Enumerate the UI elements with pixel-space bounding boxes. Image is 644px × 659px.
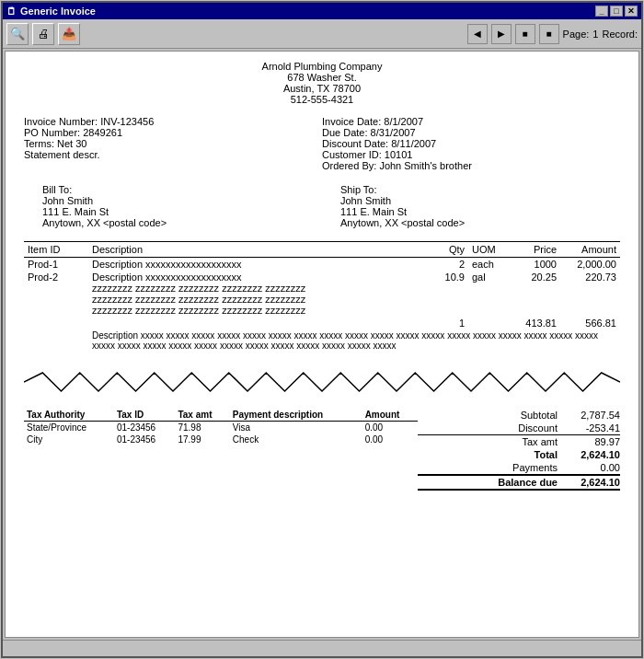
payments-row: Payments 0.00 xyxy=(418,461,620,474)
nav-forward-button[interactable]: ▶ xyxy=(491,24,512,44)
export-button[interactable]: 📤 xyxy=(58,23,80,45)
ship-to-city: Anytown, XX <postal code> xyxy=(340,217,620,228)
payments-label: Payments xyxy=(418,462,565,473)
po-number-value: 2849261 xyxy=(83,127,122,138)
item-amount-2: 220.73 xyxy=(560,271,620,317)
page-label: Page: xyxy=(563,29,590,40)
items-table: Item ID Description Qty UOM Price Amount… xyxy=(24,241,620,352)
po-number-label: PO Number: xyxy=(24,127,80,138)
col-price: Price xyxy=(505,242,560,258)
item-qty-2: 10.9 xyxy=(431,271,468,317)
statement-label: Statement descr. xyxy=(24,149,100,160)
tax-col-authority: Tax Authority xyxy=(24,409,114,422)
table-row: Description xxxxx xxxxx xxxxx xxxxx xxxx… xyxy=(24,330,620,352)
terms-value: Net 30 xyxy=(57,138,86,149)
item-qty-3: 1 xyxy=(431,317,468,330)
tax-row: State/Province 01-23456 71.98 Visa 0.00 xyxy=(24,422,418,434)
item-id-3 xyxy=(24,317,88,330)
company-phone: 512-555-4321 xyxy=(24,94,620,105)
company-address: 678 Washer St. xyxy=(24,72,620,83)
item-amount-1: 2,000.00 xyxy=(560,258,620,272)
subtotal-value: 2,787.54 xyxy=(565,410,620,421)
status-bar xyxy=(3,640,641,656)
item-desc-2: Description xxxxxxxxxxxxxxxxxxx zzzzzzzz… xyxy=(88,271,431,317)
balance-due-label: Balance due xyxy=(418,477,565,488)
balance-due-value: 2,624.10 xyxy=(565,477,620,488)
table-row: Prod-2 Description xxxxxxxxxxxxxxxxxxx z… xyxy=(24,271,620,317)
search-button[interactable]: 🔍 xyxy=(6,23,29,45)
invoice-number-label: Invoice Number: xyxy=(24,116,98,127)
subtotal-label: Subtotal xyxy=(418,410,565,421)
ship-to-name: John Smith xyxy=(340,195,620,206)
tax-authority-1: State/Province xyxy=(24,422,114,434)
tax-id-2: 01-23456 xyxy=(114,434,176,445)
tax-col-amount: Amount xyxy=(362,409,418,422)
zigzag-separator xyxy=(24,368,620,396)
total-label: Total xyxy=(418,449,565,460)
close-button[interactable]: ✕ xyxy=(625,6,638,17)
bottom-section: Tax Authority Tax ID Tax amt Payment des… xyxy=(24,409,620,491)
title-bar: 🗒 Generic Invoice _ □ ✕ xyxy=(3,3,641,19)
tax-payment-2: Check xyxy=(230,434,362,445)
invoice-content: Arnold Plumbing Company 678 Washer St. A… xyxy=(6,52,638,637)
terms-label: Terms: xyxy=(24,138,54,149)
company-header: Arnold Plumbing Company 678 Washer St. A… xyxy=(24,61,620,105)
item-desc-3 xyxy=(88,317,431,330)
discount-date-row: Discount Date: 8/11/2007 xyxy=(322,138,620,149)
item-desc-1: Description xxxxxxxxxxxxxxxxxxx xyxy=(88,258,431,272)
col-uom: UOM xyxy=(468,242,505,258)
discount-row: Discount -253.41 xyxy=(418,422,620,434)
window-icon: 🗒 xyxy=(6,6,17,17)
tax-amount-2: 0.00 xyxy=(362,434,418,445)
tax-amount-1: 0.00 xyxy=(362,422,418,434)
payments-value: 0.00 xyxy=(565,462,620,473)
total-row: Total 2,624.10 xyxy=(418,448,620,461)
nav-last-button[interactable]: ■ xyxy=(539,24,559,44)
discount-date-value: 8/11/2007 xyxy=(391,138,436,149)
item-price-3: 413.81 xyxy=(505,317,560,330)
discount-label: Discount xyxy=(418,422,565,434)
toolbar: 🔍 🖨 📤 ◀ ▶ ■ ■ Page: 1 Record: xyxy=(3,19,641,49)
table-row: Prod-1 Description xxxxxxxxxxxxxxxxxxx 2… xyxy=(24,258,620,272)
due-date-row: Due Date: 8/31/2007 xyxy=(322,127,620,138)
discount-date-label: Discount Date: xyxy=(322,138,388,149)
customer-id-row: Customer ID: 10101 xyxy=(322,149,620,160)
terms-row: Terms: Net 30 xyxy=(24,138,322,149)
record-label: Record: xyxy=(602,29,638,40)
item-id-2: Prod-2 xyxy=(24,271,88,317)
balance-due-row: Balance due 2,624.10 xyxy=(418,474,620,491)
customer-id-label: Customer ID: xyxy=(322,149,382,160)
ordered-by-row: Ordered By: John Smith's brother xyxy=(322,160,620,171)
due-date-label: Due Date: xyxy=(322,127,368,138)
window-title: Generic Invoice xyxy=(20,6,96,17)
tax-amt-label: Tax amt xyxy=(418,436,565,447)
tax-payment-1: Visa xyxy=(230,422,362,434)
nav-back-button[interactable]: ◀ xyxy=(467,24,488,44)
bill-to-city: Anytown, XX <postal code> xyxy=(42,217,322,228)
page-number: 1 xyxy=(592,29,598,40)
item-price-1: 1000 xyxy=(505,258,560,272)
subtotal-row: Subtotal 2,787.54 xyxy=(418,409,620,422)
nav-first-button[interactable]: ■ xyxy=(515,24,535,44)
col-description: Description xyxy=(88,242,431,258)
maximize-button[interactable]: □ xyxy=(610,6,623,17)
item-qty-1: 2 xyxy=(431,258,468,272)
invoice-number-value: INV-123456 xyxy=(100,116,154,127)
item-id-4 xyxy=(24,330,88,352)
tax-amt-row: Tax amt 89.97 xyxy=(418,434,620,448)
invoice-number-row: Invoice Number: INV-123456 xyxy=(24,116,322,127)
item-id-1: Prod-1 xyxy=(24,258,88,272)
customer-id-value: 10101 xyxy=(385,149,413,160)
tax-col-amt: Tax amt xyxy=(175,409,229,422)
tax-col-id: Tax ID xyxy=(114,409,176,422)
tax-col-payment: Payment description xyxy=(230,409,362,422)
ship-to-address: 111 E. Main St xyxy=(340,206,620,217)
col-amount: Amount xyxy=(560,242,620,258)
invoice-date-row: Invoice Date: 8/1/2007 xyxy=(322,116,620,127)
total-value: 2,624.10 xyxy=(565,449,620,460)
item-uom-3 xyxy=(468,317,505,330)
col-qty: Qty xyxy=(431,242,468,258)
minimize-button[interactable]: _ xyxy=(595,6,608,17)
po-number-row: PO Number: 2849261 xyxy=(24,127,322,138)
print-button[interactable]: 🖨 xyxy=(32,23,54,45)
